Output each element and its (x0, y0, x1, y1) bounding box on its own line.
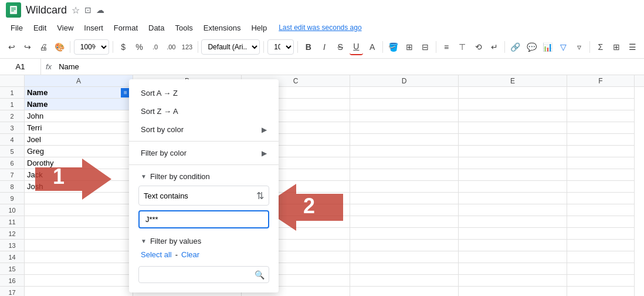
cell-e11[interactable] (459, 216, 567, 228)
align-button[interactable]: ≡ (440, 39, 453, 55)
cell-a8[interactable]: Josh (25, 181, 133, 193)
cell-reference[interactable] (0, 59, 41, 75)
cell-f1[interactable] (567, 99, 635, 110)
cell-f3[interactable] (567, 122, 635, 134)
cell-d4[interactable] (350, 134, 459, 146)
filter-condition-select-wrap[interactable]: Text contains Text does not contain Text… (138, 186, 269, 206)
menu-insert[interactable]: Insert (79, 22, 108, 34)
cell-a10[interactable] (25, 204, 133, 216)
cell-f5[interactable] (567, 146, 635, 157)
cell-a1[interactable]: Name (25, 99, 133, 110)
cell-a12[interactable] (25, 228, 133, 240)
cell-d17[interactable] (350, 287, 459, 296)
cell-d9[interactable] (350, 193, 459, 204)
sort-z-a-item[interactable]: Sort Z → A (129, 102, 279, 120)
cell-e4[interactable] (459, 134, 567, 146)
filter-condition-chevron[interactable]: ▼ (141, 173, 147, 180)
menu-tools[interactable]: Tools (170, 22, 197, 34)
more-button[interactable]: ⊞ (609, 39, 623, 55)
sheets-button[interactable]: ☰ (626, 39, 639, 55)
select-all-link[interactable]: Select all (141, 250, 172, 259)
formula-input[interactable] (56, 62, 644, 71)
cell-a13[interactable] (25, 240, 133, 251)
menu-edit[interactable]: Edit (29, 22, 51, 34)
cell-d11[interactable] (350, 216, 459, 228)
chart-button[interactable]: 📊 (541, 39, 554, 55)
cell-f17[interactable] (567, 287, 635, 296)
cell-e2[interactable] (459, 110, 567, 122)
move-icon[interactable]: ⊡ (84, 5, 91, 15)
cell-a9[interactable] (25, 193, 133, 204)
menu-help[interactable]: Help (246, 22, 272, 34)
filter-by-color-item[interactable]: Filter by color ▶ (129, 144, 279, 162)
cell-e13[interactable] (459, 240, 567, 251)
cell-d5[interactable] (350, 146, 459, 157)
cell-a2[interactable]: John (25, 110, 133, 122)
cell-e15[interactable] (459, 263, 567, 275)
filter-dropdown-button[interactable]: ▿ (572, 39, 586, 55)
menu-format[interactable]: Format (109, 22, 143, 34)
font-size-select[interactable]: 10 (267, 39, 294, 55)
cell-e17[interactable] (459, 287, 567, 296)
borders-button[interactable]: ⊞ (402, 39, 416, 55)
cell-e1[interactable] (459, 99, 567, 110)
cell-d13[interactable] (350, 240, 459, 251)
cell-a17[interactable] (25, 287, 133, 296)
cell-f11[interactable] (567, 216, 635, 228)
cell-f7[interactable] (567, 169, 635, 181)
cell-f4[interactable] (567, 134, 635, 146)
percent-button[interactable]: % (133, 39, 146, 55)
cell-f13[interactable] (567, 240, 635, 251)
star-icon[interactable]: ☆ (72, 5, 80, 16)
filter-values-chevron[interactable]: ▼ (141, 238, 147, 244)
cell-e6[interactable] (459, 157, 567, 169)
bold-button[interactable]: B (301, 39, 315, 55)
paint-format-button[interactable]: 🎨 (53, 39, 66, 55)
cell-a3[interactable]: Terri (25, 122, 133, 134)
sort-a-z-item[interactable]: Sort A → Z (129, 84, 279, 102)
cell-f16[interactable] (567, 275, 635, 287)
zoom-select[interactable]: 100% (74, 39, 109, 55)
cell-f12[interactable] (567, 228, 635, 240)
functions-button[interactable]: Σ (594, 39, 607, 55)
cell-d6[interactable] (350, 157, 459, 169)
text-wrap-button[interactable]: ↵ (487, 39, 501, 55)
text-rotate-button[interactable]: ⟲ (472, 39, 485, 55)
redo-button[interactable]: ↪ (21, 39, 34, 55)
italic-button[interactable]: I (317, 39, 331, 55)
cell-a7[interactable]: Jack (25, 169, 133, 181)
cell-e5[interactable] (459, 146, 567, 157)
cell-d8[interactable] (350, 181, 459, 193)
cloud-icon[interactable]: ☁ (96, 5, 104, 15)
last-edit[interactable]: Last edit was seconds ago (279, 23, 361, 32)
col-header-e[interactable]: E (459, 75, 567, 86)
cell-e7[interactable] (459, 169, 567, 181)
cell-d7[interactable] (350, 169, 459, 181)
cell-d1[interactable] (350, 99, 459, 110)
cell-d16[interactable] (350, 275, 459, 287)
decimal-increase[interactable]: .00 (164, 39, 178, 55)
filter-value-input[interactable] (138, 210, 269, 228)
cell-f2[interactable] (567, 110, 635, 122)
cell-e12[interactable] (459, 228, 567, 240)
menu-extensions[interactable]: Extensions (199, 22, 246, 34)
condition-select[interactable]: Text contains Text does not contain Text… (139, 191, 252, 200)
valign-button[interactable]: ⊤ (456, 39, 469, 55)
cell-a5[interactable]: Greg (25, 146, 133, 157)
cell-e16[interactable] (459, 275, 567, 287)
cell-d10[interactable] (350, 204, 459, 216)
filter-button[interactable]: ▽ (557, 39, 570, 55)
cell-e1[interactable] (459, 87, 567, 99)
col-header-d[interactable]: D (350, 75, 459, 86)
currency-button[interactable]: $ (117, 39, 130, 55)
col-header-a[interactable]: A (25, 75, 133, 86)
merge-button[interactable]: ⊟ (418, 39, 432, 55)
cell-d14[interactable] (350, 251, 459, 263)
print-button[interactable]: 🖨 (36, 39, 50, 55)
cell-a14[interactable] (25, 251, 133, 263)
cell-f9[interactable] (567, 193, 635, 204)
underline-button[interactable]: U (350, 39, 363, 55)
fill-color-button[interactable]: 🪣 (387, 39, 400, 55)
menu-view[interactable]: View (52, 22, 78, 34)
cell-a1[interactable]: Name ≡ (25, 87, 133, 99)
